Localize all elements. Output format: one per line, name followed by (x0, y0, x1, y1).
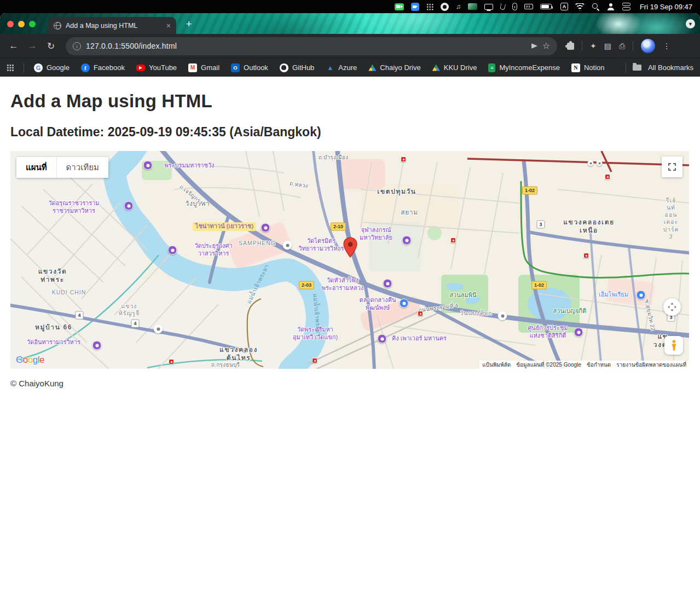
back-button[interactable]: ← (5, 38, 22, 54)
poi-icon[interactable] (92, 341, 102, 350)
map-label[interactable]: ไชน่าทาวน์ (เยาวราช) (193, 222, 256, 231)
poi-icon[interactable] (637, 291, 646, 300)
bookmark-item[interactable]: Outlook (231, 63, 268, 72)
map-label[interactable]: ตลาดกลางคืน พัฒน์พงษ์ (359, 297, 396, 312)
poi-icon[interactable] (168, 246, 177, 255)
map-label[interactable]: รีเจ้นท์ ออน เดอะ ปาร์ค 3 (662, 197, 680, 240)
poi-icon[interactable] (588, 160, 594, 166)
address-bar[interactable]: 127.0.0.1:5500/index.html ☆ (66, 37, 557, 55)
control-center-icon[interactable] (622, 3, 630, 10)
close-window-button[interactable] (7, 21, 14, 27)
transit-station-icon[interactable] (169, 359, 174, 364)
poi-icon[interactable] (283, 241, 292, 250)
url-text[interactable]: 127.0.0.1:5500/index.html (86, 42, 177, 50)
reload-button[interactable]: ↻ (43, 38, 59, 54)
report-error-link[interactable]: รายงานข้อผิดพลาดของแผนที่ (614, 361, 689, 369)
poi-icon[interactable] (124, 201, 134, 211)
map-label[interactable]: ถ.กรุงธนบุรี (211, 362, 240, 369)
bookmark-item[interactable]: Notion (571, 63, 605, 72)
bookmark-item[interactable]: KKU Drive (432, 63, 477, 72)
transit-station-icon[interactable] (605, 174, 610, 179)
screenshot-thumbnail-icon[interactable] (468, 3, 477, 10)
bookmark-item[interactable]: Facebook (81, 63, 125, 72)
menubar-clock[interactable]: Fri 19 Sep 09:47 (640, 3, 692, 11)
map-label[interactable]: คิง เพาเวอร์ มหานคร (392, 335, 447, 343)
transit-station-icon[interactable] (583, 253, 589, 258)
share-location-icon[interactable] (531, 43, 537, 49)
bookmark-star-icon[interactable]: ☆ (542, 42, 550, 50)
display-icon[interactable] (484, 4, 493, 10)
user-switcher-icon[interactable] (607, 3, 615, 10)
map-label[interactable]: วัดอรุณราชวราราม ราชวรมหาวิหาร (48, 200, 99, 215)
map-label[interactable]: วัดอินทารามวรวิหาร (27, 339, 80, 346)
poi-icon[interactable] (143, 161, 153, 170)
forward-button[interactable]: → (24, 38, 41, 54)
tab-close-icon[interactable]: × (166, 22, 171, 30)
map-label[interactable]: วัดประยุรวงศา วาสวรวิหาร (194, 242, 232, 258)
poi-icon[interactable] (498, 311, 507, 321)
reading-list-icon[interactable]: ▤ (604, 42, 611, 50)
bookmark-item[interactable]: MyIncomeExpense (488, 63, 560, 72)
keyboard-icon[interactable] (524, 4, 533, 9)
map-label[interactable]: สวนเบญจกิติ (553, 308, 587, 315)
apps-shortcut-icon[interactable] (7, 64, 14, 71)
poi-icon[interactable] (597, 160, 603, 166)
map-label[interactable]: แขวง หิรัญรูจี (119, 303, 140, 317)
all-bookmarks[interactable]: All Bookmarks (626, 63, 693, 73)
keyboard-shortcuts-link[interactable]: แป้นพิมพ์ลัด (479, 361, 513, 369)
map-marker-pin[interactable] (343, 237, 357, 260)
map-label[interactable]: สวนลุมพินี (449, 292, 476, 299)
transit-station-icon[interactable] (312, 358, 317, 363)
bookmark-item[interactable]: GitHub (280, 63, 314, 72)
bookmark-item[interactable]: Azure (326, 63, 357, 72)
poi-icon[interactable] (378, 334, 387, 344)
browser-menu-icon[interactable]: ⋮ (663, 42, 670, 50)
new-tab-button[interactable]: + (183, 18, 195, 30)
poi-icon[interactable] (400, 299, 409, 308)
wifi-icon[interactable] (575, 3, 585, 10)
map-label[interactable]: แขวงวัด ท่าพระ (38, 268, 67, 284)
battery-icon[interactable] (540, 4, 552, 9)
bookmark-item[interactable]: Google (34, 63, 70, 72)
poi-icon[interactable] (574, 328, 583, 337)
transit-station-icon[interactable] (418, 311, 423, 316)
map-label[interactable]: KUDI CHIN (52, 289, 86, 296)
screenshot-tool-icon[interactable]: ⎙ (619, 42, 625, 50)
extension-sparkle-icon[interactable]: ✦ (590, 42, 597, 50)
extensions-icon[interactable] (567, 43, 574, 50)
map-label[interactable]: แขวงคลอง ต้นไทร (219, 346, 258, 362)
map-label[interactable]: วันแบงค็อก (460, 310, 492, 317)
map-type-satellite-button[interactable]: ดาวเทียม (56, 157, 108, 178)
transit-station-icon[interactable] (401, 157, 406, 162)
profile-avatar[interactable] (641, 39, 655, 53)
browser-tab[interactable]: Add a Map using HTML × (48, 17, 176, 34)
google-maps-logo[interactable]: Google (16, 355, 44, 366)
mouse-icon[interactable] (512, 3, 517, 10)
apps-grid-icon[interactable] (426, 3, 433, 10)
map-label[interactable]: แขวงคลองเตย เหนือ (563, 218, 615, 235)
map-type-map-button[interactable]: แผนที่ (16, 157, 56, 178)
map-label[interactable]: จุฬาลงกรณ์ มหาวิทยาลัย (360, 227, 392, 242)
map-label[interactable]: SAMPHENG (239, 240, 276, 247)
github-icon[interactable] (441, 3, 449, 11)
map-label[interactable]: วัดหัวลำโพง พระอารามหลวง (322, 277, 364, 292)
music-icon[interactable] (456, 3, 461, 10)
bookmark-item[interactable]: YouTube (136, 63, 177, 72)
zoom-icon[interactable] (411, 3, 419, 11)
spotlight-search-icon[interactable] (592, 3, 600, 11)
map-label[interactable]: ศูนย์การประชุม แห่งชาติสิริกิติ์ (528, 325, 568, 340)
poi-icon[interactable] (383, 279, 392, 288)
map-label[interactable]: พระบรมมหาราชวัง (165, 162, 215, 170)
terms-link[interactable]: ข้อกำหนด (584, 361, 614, 369)
site-info-icon[interactable] (73, 42, 81, 50)
poi-icon[interactable] (402, 236, 412, 245)
map-label[interactable]: เขตปทุมวัน (377, 188, 416, 196)
bookmark-item[interactable]: Chaiyo Drive (368, 63, 420, 72)
bookmark-item[interactable]: Gmail (188, 63, 219, 72)
tab-search-chevron-icon[interactable]: ▼ (686, 19, 695, 28)
map-label[interactable]: เอ็มโพเรียม (599, 291, 628, 299)
map-label[interactable]: หมู่บ้าน 66 (35, 323, 72, 332)
street-view-pegman-button[interactable] (664, 336, 683, 355)
fullscreen-button[interactable] (662, 157, 682, 177)
input-source-icon[interactable] (560, 3, 568, 10)
